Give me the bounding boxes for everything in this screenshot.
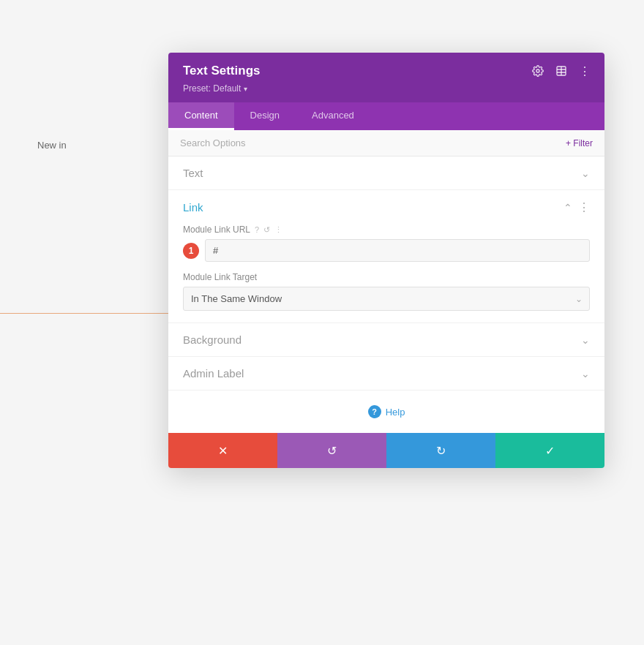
admin-label-section-chevron: ⌄ <box>581 368 590 380</box>
modal-tabs: Content Design Advanced <box>168 102 604 130</box>
settings-icon[interactable] <box>530 63 546 79</box>
svg-point-0 <box>536 69 539 72</box>
admin-label-section: Admin Label ⌄ <box>168 357 604 391</box>
modal-header: Text Settings ⋮ <box>168 53 604 102</box>
link-section-header[interactable]: Link ⌃ ⋮ <box>168 190 604 225</box>
save-button[interactable]: ✓ <box>495 433 604 468</box>
cancel-button[interactable]: ✕ <box>168 433 277 468</box>
layout-icon[interactable] <box>553 63 569 79</box>
admin-label-section-title: Admin Label <box>183 367 244 380</box>
module-link-target-label: Module Link Target <box>183 272 590 282</box>
modal-header-top: Text Settings ⋮ <box>183 63 593 79</box>
modal-footer: ✕ ↺ ↻ ✓ <box>168 433 604 468</box>
help-row: ? Help <box>168 391 604 433</box>
target-select-wrapper: In The Same Window In A New Window ⌄ <box>183 287 590 311</box>
link-section: Link ⌃ ⋮ Module Link URL ? ↺ ⋮ 1 <box>168 190 604 323</box>
preset-chevron: ▾ <box>244 85 247 93</box>
url-more-icon[interactable]: ⋮ <box>274 225 282 235</box>
search-placeholder: Search Options <box>180 137 246 148</box>
modal-title: Text Settings <box>183 64 260 78</box>
link-section-body: Module Link URL ? ↺ ⋮ 1 Module Link Targ… <box>168 225 604 322</box>
preset-label[interactable]: Preset: Default ▾ <box>183 83 593 94</box>
background-section-chevron: ⌄ <box>581 334 590 346</box>
admin-label-section-header[interactable]: Admin Label ⌄ <box>168 357 604 390</box>
background-section-header[interactable]: Background ⌄ <box>168 323 604 356</box>
module-link-url-label: Module Link URL ? ↺ ⋮ <box>183 225 590 235</box>
url-reset-icon[interactable]: ↺ <box>263 225 270 235</box>
step-badge: 1 <box>183 243 199 259</box>
module-link-url-input[interactable] <box>205 239 590 262</box>
background-section: Background ⌄ <box>168 323 604 357</box>
text-section: Text ⌄ <box>168 156 604 190</box>
module-link-target-select[interactable]: In The Same Window In A New Window <box>183 287 590 311</box>
url-help-icon[interactable]: ? <box>255 225 259 234</box>
modal-body: Text ⌄ Link ⌃ ⋮ Module Link URL ? ↺ ⋮ <box>168 156 604 433</box>
text-section-title: Text <box>183 167 203 179</box>
tab-design[interactable]: Design <box>234 102 296 130</box>
text-section-chevron: ⌄ <box>581 167 590 179</box>
tab-content[interactable]: Content <box>168 102 234 130</box>
redo-button[interactable]: ↻ <box>386 433 495 468</box>
search-bar: Search Options + Filter <box>168 130 604 156</box>
module-link-target: Module Link Target In The Same Window In… <box>183 272 590 311</box>
help-circle-icon: ? <box>368 405 381 418</box>
text-section-header[interactable]: Text ⌄ <box>168 156 604 189</box>
url-input-row: 1 <box>183 239 590 262</box>
new-in-label: New in <box>37 140 67 151</box>
modal-header-icons: ⋮ <box>530 63 593 79</box>
tab-advanced[interactable]: Advanced <box>296 102 370 130</box>
undo-button[interactable]: ↺ <box>277 433 386 468</box>
filter-button[interactable]: + Filter <box>566 138 593 148</box>
link-section-more-icon[interactable]: ⋮ <box>578 200 590 214</box>
link-section-title: Link <box>183 201 203 214</box>
more-options-icon[interactable]: ⋮ <box>577 63 593 79</box>
text-settings-modal: Text Settings ⋮ <box>168 53 604 468</box>
help-label[interactable]: Help <box>386 407 405 418</box>
link-section-chevron-up[interactable]: ⌃ <box>564 202 572 214</box>
link-section-icons: ⌃ ⋮ <box>564 200 590 214</box>
background-section-title: Background <box>183 333 242 346</box>
